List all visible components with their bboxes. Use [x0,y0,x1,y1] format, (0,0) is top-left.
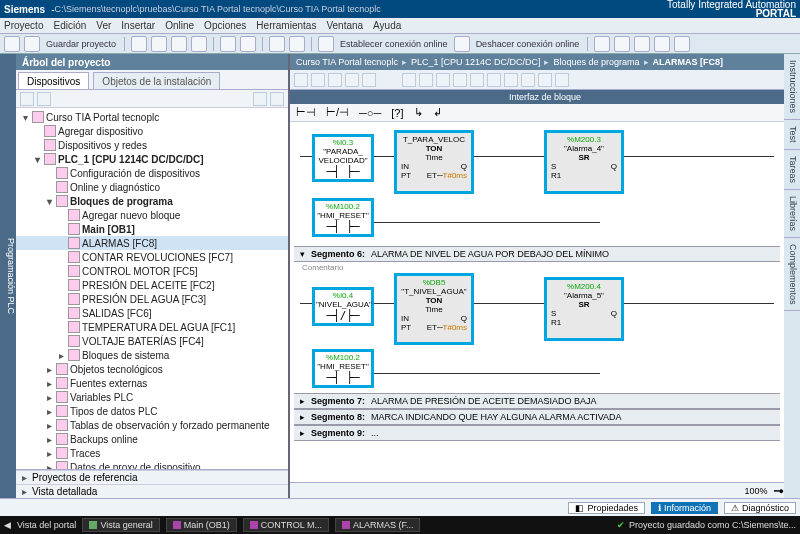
twisty-icon[interactable]: ▸ [44,434,54,445]
new-icon[interactable] [4,36,20,52]
crumb-item[interactable]: ALARMAS [FC8] [653,57,724,67]
tree-node[interactable]: Agregar dispositivo [16,124,288,138]
detail-view-row[interactable]: ▸Vista detallada [16,484,288,498]
twisty-icon[interactable]: ▸ [44,364,54,375]
contact-nc-icon[interactable]: ⊢/⊣ [326,106,349,119]
ed-icon[interactable] [470,73,484,87]
segment-9-header[interactable]: ▸ Segmento 9:... [294,425,780,441]
contact-nivel-agua[interactable]: %I0.4 "NIVEL_AGUA" ─┤/├─ [312,287,374,326]
contact-parada-velocidad[interactable]: %I0.3 "PARADA_ VELOCIDAD" ─┤ ├─ [312,134,374,182]
paste-icon[interactable] [171,36,187,52]
tree-tool-icon[interactable] [253,92,267,106]
ed-icon[interactable] [311,73,325,87]
ed-icon[interactable] [555,73,569,87]
tree-node[interactable]: ▾Bloques de programa [16,194,288,208]
undo-icon[interactable] [220,36,236,52]
tree-node[interactable]: ▾Curso TIA Portal tecnoplc [16,110,288,124]
twisty-icon[interactable]: ▸ [44,420,54,431]
chevron-left-icon[interactable]: ◀ [4,520,11,530]
ed-icon[interactable] [504,73,518,87]
project-tree[interactable]: ▾Curso TIA Portal tecnoplc Agregar dispo… [16,108,288,469]
tree-node[interactable]: ▸Fuentes externas [16,376,288,390]
block-interface-strip[interactable]: Interfaz de bloque [290,90,800,104]
timer-ton-block[interactable]: %DB5 "T_NIVEL_AGUA" TON Time INQ PTET─T#… [394,273,474,345]
segment-8-header[interactable]: ▸ Segmento 8:MARCA INDICANDO QUE HAY ALG… [294,409,780,425]
redo-icon[interactable] [240,36,256,52]
tree-node[interactable]: Configuración de dispositivos [16,166,288,180]
tab-devices[interactable]: Dispositivos [18,72,89,89]
sidetab-tareas[interactable]: Tareas [784,150,800,190]
segment-7-header[interactable]: ▸ Segmento 7:ALARMA DE PRESIÓN DE ACEITE… [294,393,780,409]
tree-tool-icon[interactable] [20,92,34,106]
menu-edición[interactable]: Edición [53,20,86,31]
ed-icon[interactable] [345,73,359,87]
tree-tool-icon[interactable] [270,92,284,106]
contact-no-icon[interactable]: ⊢⊣ [296,106,316,119]
tab-diagnostics[interactable]: ⚠Diagnóstico [724,502,796,514]
menu-insertar[interactable]: Insertar [121,20,155,31]
menu-proyecto[interactable]: Proyecto [4,20,43,31]
tree-node[interactable]: CONTROL MOTOR [FC5] [16,264,288,278]
sidetab-instrucciones[interactable]: Instrucciones [784,54,800,120]
ed-icon[interactable] [294,73,308,87]
taskbar-item[interactable]: Vista general [82,518,159,532]
tab-information[interactable]: ℹInformación [651,502,718,514]
tb-icon-e[interactable] [674,36,690,52]
branch-close-icon[interactable]: ↲ [433,106,442,119]
twisty-icon[interactable]: ▸ [44,448,54,459]
tree-node[interactable]: ▸Backups online [16,432,288,446]
tree-node[interactable]: ▸Datos de proxy de dispositivo [16,460,288,469]
ed-icon[interactable] [328,73,342,87]
branch-open-icon[interactable]: ↳ [414,106,423,119]
tb-icon-a[interactable] [594,36,610,52]
ed-icon[interactable] [362,73,376,87]
tree-node[interactable]: VOLTAJE BATERÍAS [FC4] [16,334,288,348]
go-online-button[interactable]: Establecer conexión online [338,39,450,49]
tree-node[interactable]: Online y diagnóstico [16,180,288,194]
save-project-button[interactable]: Guardar proyecto [44,39,118,49]
tb-icon-b[interactable] [614,36,630,52]
twisty-icon[interactable]: ▸ [56,350,66,361]
copy-icon[interactable] [151,36,167,52]
timer-ton-block[interactable]: T_PARA_VELOC TON Time INQ PTET─T#0ms [394,130,474,194]
coil-icon[interactable]: ─○─ [359,107,381,119]
tree-node[interactable]: ALARMAS [FC8] [16,236,288,250]
contact-hmi-reset[interactable]: %M100.2 "HMI_RESET" ─┤ ├─ [312,349,374,388]
tree-node[interactable]: Main [OB1] [16,222,288,236]
sidetab-librerías[interactable]: Librerías [784,190,800,238]
open-icon[interactable] [24,36,40,52]
twisty-icon[interactable]: ▸ [44,462,54,470]
ref-projects-row[interactable]: ▸Proyectos de referencia [16,470,288,484]
menu-herramientas[interactable]: Herramientas [256,20,316,31]
crumb-item[interactable]: Curso TIA Portal tecnoplc [296,57,398,67]
tree-node[interactable]: ▸Variables PLC [16,390,288,404]
sidetab-test[interactable]: Test [784,120,800,150]
sr-flipflop-block[interactable]: %M200.3 "Alarma_4" SR SQ R1 [544,130,624,194]
twisty-icon[interactable]: ▸ [44,406,54,417]
portal-view-button[interactable]: Vista del portal [17,520,76,530]
ladder-canvas[interactable]: %I0.3 "PARADA_ VELOCIDAD" ─┤ ├─ T_PARA_V… [290,122,800,482]
go-offline-button[interactable]: Deshacer conexión online [474,39,582,49]
twisty-icon[interactable]: ▸ [44,392,54,403]
cut-icon[interactable] [131,36,147,52]
segment-6-header[interactable]: ▾ Segmento 6:ALARMA DE NIVEL DE AGUA POR… [294,246,780,262]
crumb-item[interactable]: Bloques de programa [553,57,639,67]
tb-icon-c[interactable] [634,36,650,52]
taskbar-item[interactable]: Main (OB1) [166,518,237,532]
twisty-icon[interactable]: ▸ [44,378,54,389]
ed-icon[interactable] [487,73,501,87]
tab-plant-objects[interactable]: Objetos de la instalación [93,72,220,89]
tree-node[interactable]: Dispositivos y redes [16,138,288,152]
tree-node[interactable]: ▸Bloques de sistema [16,348,288,362]
contact-hmi-reset[interactable]: %M100.2 "HMI_RESET" ─┤ ├─ [312,198,374,237]
ed-icon[interactable] [453,73,467,87]
twisty-icon[interactable]: ▾ [32,154,42,165]
twisty-icon[interactable]: ▾ [20,112,30,123]
box-icon[interactable]: [?] [391,107,403,119]
tree-node[interactable]: PRESIÓN DEL AGUA [FC3] [16,292,288,306]
tree-node[interactable]: ▸Objetos tecnológicos [16,362,288,376]
tb-icon-d[interactable] [654,36,670,52]
unlink-icon[interactable] [454,36,470,52]
taskbar-item[interactable]: CONTROL M... [243,518,329,532]
ed-icon[interactable] [402,73,416,87]
